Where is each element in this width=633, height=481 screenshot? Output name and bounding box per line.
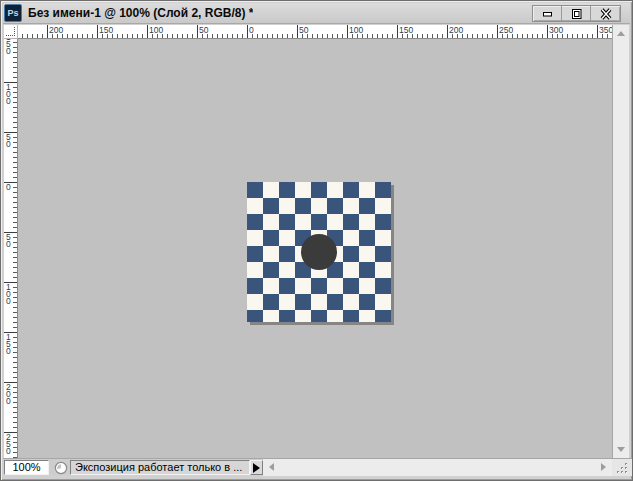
ruler-label: 100: [6, 284, 12, 305]
ruler-label: 150: [99, 26, 113, 35]
ruler-major-tick: [497, 25, 498, 38]
title-bar[interactable]: Ps Без имени-1 @ 100% (Слой 2, RGB/8) *: [3, 3, 630, 24]
scroll-right-icon[interactable]: [601, 463, 606, 471]
vertical-scrollbar[interactable]: [612, 25, 629, 458]
restore-button[interactable]: [562, 6, 591, 21]
status-menu-button[interactable]: [250, 460, 263, 475]
ruler-label: 50: [6, 234, 12, 248]
ruler-label: 250: [6, 434, 12, 455]
ruler-label: 250: [499, 26, 513, 35]
ruler-label: 50: [6, 134, 12, 148]
ruler-major-tick: [297, 25, 298, 38]
ruler-label: 0: [249, 26, 254, 35]
restore-icon: [570, 8, 583, 20]
window-title: Без имени-1 @ 100% (Слой 2, RGB/8) *: [28, 6, 253, 20]
scroll-left-icon[interactable]: [269, 463, 274, 471]
window-controls: [532, 5, 621, 22]
photoshop-document-window: Ps Без имени-1 @ 100% (Слой 2, RGB/8) *: [0, 0, 633, 481]
ruler-major-tick: [247, 25, 248, 38]
horizontal-scrollbar[interactable]: [263, 459, 612, 476]
ruler-major-tick: [97, 25, 98, 38]
close-button[interactable]: [591, 6, 620, 21]
ruler-major-tick: [47, 25, 48, 38]
ruler-label: 300: [549, 26, 563, 35]
canvas-area[interactable]: [18, 39, 612, 458]
close-icon: [599, 8, 613, 20]
ruler-major-tick: [147, 25, 148, 38]
status-clock-icon: [54, 461, 68, 475]
ruler-label: 200: [49, 26, 63, 35]
horizontal-ruler[interactable]: 20015010050050100150200250300350: [18, 25, 612, 39]
document-image[interactable]: [247, 182, 391, 322]
ruler-label: 150: [399, 26, 413, 35]
ruler-label: 100: [149, 26, 163, 35]
ruler-major-tick: [547, 25, 548, 38]
ruler-label: 100: [349, 26, 363, 35]
ruler-label: 50: [199, 26, 208, 35]
ruler-major-tick: [197, 25, 198, 38]
resize-grip[interactable]: [612, 459, 632, 476]
ruler-label: 200: [6, 384, 12, 405]
ruler-label: 50: [299, 26, 308, 35]
status-bar: 100% Экспозиция работает только в ...: [3, 458, 632, 475]
app-icon-label: Ps: [7, 8, 18, 18]
minimize-icon: [541, 8, 554, 20]
ruler-major-tick: [397, 25, 398, 38]
right-triangle-icon: [253, 463, 260, 473]
ruler-origin-box[interactable]: [4, 25, 18, 39]
minimize-button[interactable]: [533, 6, 562, 21]
ruler-label: 350: [599, 26, 612, 35]
ruler-major-tick: [347, 25, 348, 38]
ruler-label: 100: [6, 84, 12, 105]
ruler-major-tick: [447, 25, 448, 38]
ruler-major-tick: [597, 25, 598, 38]
scroll-up-icon[interactable]: [617, 31, 625, 36]
ruler-label: 150: [6, 39, 12, 55]
scroll-down-icon[interactable]: [617, 447, 625, 452]
vertical-ruler[interactable]: 15010050050100150200250: [4, 39, 18, 458]
zoom-level-field[interactable]: 100%: [4, 460, 49, 475]
painted-dot: [301, 234, 337, 270]
ruler-label: 0: [6, 184, 12, 191]
ruler-origin-icon: [6, 27, 15, 36]
ruler-label: 150: [6, 334, 12, 355]
status-message: Экспозиция работает только в ...: [70, 460, 250, 475]
resize-grip-icon: [612, 459, 632, 476]
photoshop-app-icon[interactable]: Ps: [4, 4, 22, 22]
status-info-button[interactable]: [53, 460, 69, 475]
ruler-label: 200: [449, 26, 463, 35]
